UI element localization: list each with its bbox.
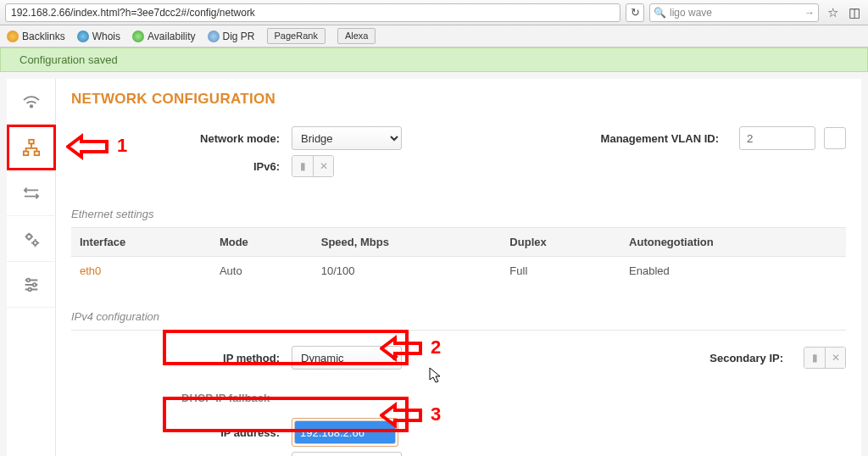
ipv4-section-header: IPv4 configuration <box>71 285 846 331</box>
url-bar[interactable]: 192.168.2.66/index.html?h=3ee7dcc2#/conf… <box>5 3 620 22</box>
vlan-label: Management VLAN ID: <box>601 132 731 145</box>
bookmark-backlinks[interactable]: Backlinks <box>7 31 65 42</box>
check-icon <box>132 31 144 42</box>
reload-button[interactable]: ↻ <box>626 3 644 22</box>
sidebar-item-network[interactable] <box>7 125 56 170</box>
ip-method-label: IP method: <box>181 352 292 364</box>
wifi-icon <box>22 94 41 109</box>
col-duplex: Duplex <box>501 228 620 257</box>
vlan-checkbox[interactable] <box>824 127 846 149</box>
bookmark-whois[interactable]: Whois <box>77 31 120 42</box>
toggle-off-icon: ✕ <box>825 348 845 368</box>
arrows-horizontal-icon <box>22 186 41 201</box>
subnet-mask-input[interactable] <box>292 452 402 456</box>
link-icon <box>7 31 19 42</box>
browser-search-input[interactable]: 🔍 ligo wave → <box>649 3 819 22</box>
ipv6-toggle[interactable]: ▮ ✕ <box>292 155 334 177</box>
sidebar-item-system[interactable] <box>7 262 56 308</box>
cursor-icon <box>429 367 442 384</box>
go-arrow-icon: → <box>804 7 815 19</box>
network-nodes-icon <box>208 31 220 42</box>
col-interface: Interface <box>71 228 211 257</box>
svg-point-0 <box>30 105 32 108</box>
svg-rect-2 <box>23 151 27 155</box>
bookmark-digpr[interactable]: Dig PR <box>208 31 255 42</box>
col-autoneg: Autonegotiation <box>620 228 846 257</box>
sidebar-item-wireless[interactable] <box>7 79 56 125</box>
sidebar-item-services[interactable] <box>7 216 56 262</box>
network-mode-select[interactable]: Bridge <box>292 126 402 150</box>
secondary-ip-label: Secondary IP: <box>709 352 795 364</box>
table-row[interactable]: eth0 Auto 10/100 Full Enabled <box>71 257 846 286</box>
col-mode: Mode <box>211 228 313 257</box>
sidebar-toggle-icon[interactable]: ◫ <box>846 4 863 21</box>
success-banner: Configuration saved <box>0 47 868 72</box>
bookmark-alexa[interactable]: Alexa <box>337 28 376 44</box>
bookmark-pagerank[interactable]: PageRank <box>267 28 326 44</box>
gears-icon <box>22 230 41 248</box>
sliders-icon <box>22 275 41 294</box>
sidebar-item-traffic[interactable] <box>7 170 56 216</box>
bookmarks-bar: Backlinks Whois Availability Dig PR Page… <box>0 25 868 47</box>
dhcp-fallback-header: DHCP IP fallback <box>71 375 846 413</box>
svg-point-5 <box>33 241 37 245</box>
ipv6-label: IPv6: <box>181 160 292 173</box>
network-icon <box>22 138 41 157</box>
toggle-on-icon: ▮ <box>804 348 825 368</box>
svg-point-6 <box>26 278 30 281</box>
ip-method-select[interactable]: Dynamic <box>292 346 402 370</box>
svg-point-4 <box>26 234 31 239</box>
page-title: NETWORK CONFIGURATION <box>71 91 846 108</box>
search-icon: 🔍 <box>654 7 666 19</box>
svg-point-8 <box>28 287 31 291</box>
interface-link[interactable]: eth0 <box>71 257 211 286</box>
bookmark-star-icon[interactable]: ☆ <box>824 4 841 21</box>
reload-icon: ↻ <box>631 6 640 19</box>
network-mode-label: Network mode: <box>181 132 292 145</box>
search-text: ligo wave <box>670 7 712 19</box>
svg-rect-1 <box>29 139 34 143</box>
ip-address-label: IP address: <box>181 426 292 439</box>
bookmark-availability[interactable]: Availability <box>132 31 195 42</box>
globe-icon <box>77 31 89 42</box>
ethernet-section-header: Ethernet settings <box>71 182 846 228</box>
toggle-on-icon: ▮ <box>292 156 313 176</box>
ip-address-input[interactable] <box>294 420 396 444</box>
sidebar <box>7 79 56 456</box>
vlan-input[interactable] <box>739 126 815 150</box>
svg-point-7 <box>32 283 36 286</box>
secondary-ip-toggle[interactable]: ▮ ✕ <box>804 347 846 369</box>
toggle-off-icon: ✕ <box>313 156 333 176</box>
ethernet-table: Interface Mode Speed, Mbps Duplex Autone… <box>71 228 846 285</box>
svg-rect-3 <box>34 151 38 155</box>
col-speed: Speed, Mbps <box>313 228 502 257</box>
